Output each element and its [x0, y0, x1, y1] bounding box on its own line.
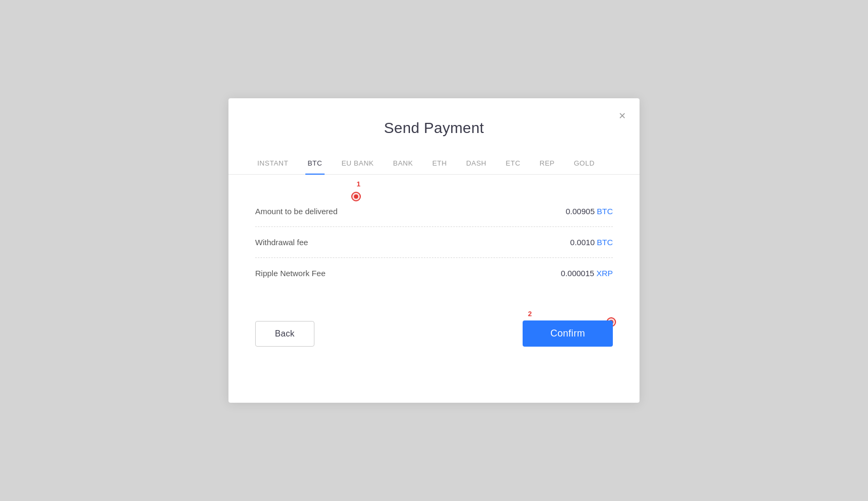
tab-dash[interactable]: DASH: [464, 153, 488, 175]
annotation-dot-1: [351, 192, 361, 201]
amount-to-deliver-label: Amount to be delivered: [255, 207, 337, 216]
tab-instant[interactable]: INSTANT: [255, 153, 290, 175]
withdrawal-fee-currency: BTC: [597, 238, 613, 247]
tab-eu-bank[interactable]: EU BANK: [340, 153, 376, 175]
withdrawal-fee-row: Withdrawal fee 0.0010BTC: [255, 227, 613, 258]
confirm-wrapper: 2 Confirm: [523, 320, 613, 347]
amount-to-deliver-value: 0.00905BTC: [566, 207, 613, 216]
fee-content: 1 Amount to be delivered 0.00905BTC With…: [228, 175, 640, 304]
ripple-fee-label: Ripple Network Fee: [255, 269, 326, 278]
amount-to-deliver-row: 1 Amount to be delivered 0.00905BTC: [255, 196, 613, 227]
tab-btc[interactable]: BTC: [305, 153, 325, 175]
amount-to-deliver-currency: BTC: [597, 207, 613, 216]
send-payment-modal: × Send Payment INSTANT BTC EU BANK BANK …: [228, 98, 640, 403]
ripple-fee-currency: XRP: [596, 269, 613, 278]
back-button[interactable]: Back: [255, 321, 314, 347]
tabs-bar: INSTANT BTC EU BANK BANK ETH DASH ETC RE…: [228, 153, 640, 175]
tab-bank[interactable]: BANK: [391, 153, 415, 175]
tab-rep[interactable]: REP: [538, 153, 557, 175]
modal-title: Send Payment: [228, 98, 640, 153]
close-button[interactable]: ×: [617, 108, 628, 124]
modal-overlay: × Send Payment INSTANT BTC EU BANK BANK …: [0, 0, 868, 501]
confirm-button[interactable]: Confirm: [523, 320, 613, 347]
withdrawal-fee-label: Withdrawal fee: [255, 238, 308, 247]
annotation-number-2: 2: [528, 310, 611, 318]
ripple-fee-value: 0.000015XRP: [561, 269, 613, 278]
ripple-fee-row: Ripple Network Fee 0.000015XRP: [255, 258, 613, 288]
tab-etc[interactable]: ETC: [503, 153, 523, 175]
tab-eth[interactable]: ETH: [430, 153, 449, 175]
tab-gold[interactable]: GOLD: [572, 153, 597, 175]
action-row: Back 2 Confirm: [228, 310, 640, 347]
withdrawal-fee-value: 0.0010BTC: [570, 238, 613, 247]
annotation-number-1: 1: [357, 180, 360, 188]
